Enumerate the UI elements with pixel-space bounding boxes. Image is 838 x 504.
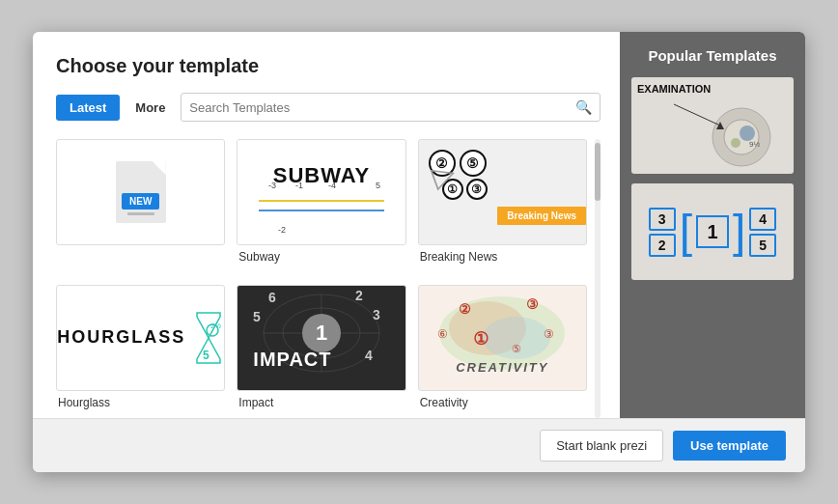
main-area: Choose your template Latest More 🔍 (33, 32, 620, 418)
templates-grid: NEW SUBWAY (56, 139, 591, 418)
matrix-bottom-left: 2 (649, 234, 676, 257)
matrix-center: 1 (696, 215, 729, 248)
sidebar: Popular Templates EXAMINATION 9½ (620, 32, 805, 418)
new-badge: NEW (122, 193, 159, 210)
search-icon[interactable]: 🔍 (575, 99, 592, 115)
svg-text:①: ① (473, 329, 489, 349)
template-thumb-hourglass: HOURGLASS 5 2½ (56, 285, 225, 391)
start-blank-button[interactable]: Start blank prezi (540, 430, 663, 462)
matrix-top-right: 4 (749, 208, 776, 231)
popular-thumb-matrix[interactable]: 3 2 [ 1 ] 4 5 (631, 183, 794, 280)
doc-shape: NEW (116, 161, 166, 223)
pop-matrix: 3 2 [ 1 ] 4 5 (649, 208, 776, 257)
svg-text:②: ② (459, 301, 471, 317)
new-doc-icon: NEW (116, 161, 166, 223)
subway-line-blue (259, 210, 384, 211)
svg-line-28 (674, 104, 720, 126)
circle-3: ③ (466, 179, 488, 200)
scrollbar-track[interactable] (595, 139, 601, 418)
svg-text:5: 5 (253, 309, 261, 324)
search-input[interactable] (189, 100, 575, 115)
subway-num-3: -3 (268, 181, 276, 190)
template-label-creativity: Creativity (418, 396, 587, 409)
template-thumb-creativity: ② ③ ① ⑥ ③ ⑤ CREatiVITY (418, 285, 587, 391)
svg-text:2½: 2½ (210, 322, 221, 330)
template-thumb-new: NEW (56, 139, 225, 245)
subway-num-5: 5 (376, 181, 380, 190)
tab-latest[interactable]: Latest (56, 95, 120, 121)
subway-line-yellow (259, 200, 384, 202)
subway-title: SUBWAY (273, 163, 371, 188)
exam-title: EXAMINATION (637, 83, 711, 95)
svg-text:⑥: ⑥ (437, 327, 448, 341)
subway-lines: -3 -1 -4 5 -2 (259, 192, 384, 221)
circle-5: ⑤ (460, 150, 487, 177)
template-item-subway[interactable]: SUBWAY -3 -1 -4 5 -2 (237, 139, 405, 273)
dialog-footer: Start blank prezi Use template (33, 418, 805, 472)
template-item-hourglass[interactable]: HOURGLASS 5 2½ Hourglass (56, 285, 225, 419)
svg-text:3: 3 (373, 307, 380, 322)
scrollbar-thumb (595, 143, 601, 201)
svg-text:9½: 9½ (749, 140, 760, 149)
toolbar: Latest More 🔍 (56, 93, 601, 122)
impact-title: IMPACT (253, 349, 331, 371)
svg-text:4: 4 (365, 348, 373, 363)
svg-text:⑤: ⑤ (512, 343, 521, 354)
creativity-svg: ② ③ ① ⑥ ③ ⑤ (420, 285, 584, 391)
svg-text:1: 1 (316, 321, 327, 345)
bracket-right: ] (733, 209, 745, 255)
tab-more[interactable]: More (127, 95, 173, 121)
use-template-button[interactable]: Use template (673, 431, 786, 461)
svg-text:5: 5 (203, 349, 210, 362)
template-thumb-breaking: ② ⑤ ① ③ ▷ Breaking News (418, 139, 587, 245)
creativity-title: CREatiVITY (456, 360, 548, 375)
matrix-top-left: 3 (649, 208, 676, 231)
search-wrapper: 🔍 (181, 93, 601, 122)
svg-text:③: ③ (544, 327, 554, 341)
hourglass-svg: 5 2½ (193, 309, 224, 367)
doc-corner (153, 161, 166, 175)
svg-point-26 (731, 138, 740, 148)
template-label-breaking: Breaking News (418, 250, 587, 264)
breaking-badge: Breaking News (497, 207, 586, 225)
sidebar-title: Popular Templates (631, 47, 794, 64)
svg-text:③: ③ (526, 296, 539, 312)
dialog-title: Choose your template (56, 55, 601, 77)
template-item-creativity[interactable]: ② ③ ① ⑥ ③ ⑤ CREatiVITY Creativity (418, 285, 587, 419)
bracket-left: [ (680, 209, 692, 255)
svg-text:6: 6 (268, 290, 276, 305)
template-thumb-impact: 2 3 6 5 4 1 IMPACT (237, 285, 405, 391)
template-item-impact[interactable]: 2 3 6 5 4 1 IMPACT Impact (237, 285, 405, 419)
template-label-new (56, 250, 225, 264)
svg-point-25 (740, 126, 755, 141)
template-item-new[interactable]: NEW (56, 139, 225, 273)
impact-svg: 2 3 6 5 4 1 (249, 285, 394, 391)
doc-line (127, 212, 154, 215)
template-label-impact: Impact (237, 396, 405, 409)
template-label-subway: Subway (237, 250, 405, 264)
subway-num-4: -4 (328, 181, 336, 190)
template-item-breaking[interactable]: ② ⑤ ① ③ ▷ Breaking News Breaking News (418, 139, 587, 273)
popular-thumb-examination[interactable]: EXAMINATION 9½ (631, 77, 794, 174)
matrix-bottom-right: 5 (749, 234, 776, 257)
svg-text:2: 2 (355, 288, 363, 303)
template-label-hourglass: Hourglass (56, 396, 225, 409)
template-thumb-subway: SUBWAY -3 -1 -4 5 -2 (237, 139, 405, 245)
subway-num-2: -2 (278, 225, 286, 235)
dialog: Choose your template Latest More 🔍 (33, 32, 805, 472)
subway-num-1: -1 (295, 181, 303, 190)
hourglass-title: HOURGLASS (57, 327, 185, 348)
